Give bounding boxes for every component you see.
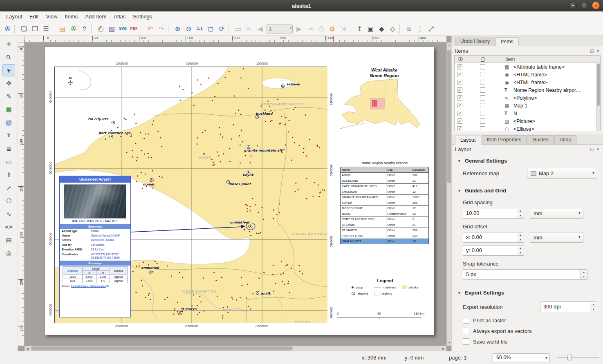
- grid-offset-y-spinbox[interactable]: y: 0.00 ▴▾: [463, 245, 524, 256]
- redo-button[interactable]: ↷: [156, 23, 167, 34]
- items-row-nome-region-nearby-airpor[interactable]: ✓TNome Region Nearby airpor...: [455, 86, 600, 94]
- checkbox-always-export-as-vectors[interactable]: [463, 328, 469, 334]
- add-arrow-button[interactable]: ➚: [2, 182, 15, 194]
- legend-item[interactable]: Legend poppairportsmajriversregionsalask…: [342, 278, 428, 295]
- menu-layout[interactable]: Layout: [2, 12, 26, 21]
- snap-tolerance-spinbox[interactable]: 5 px ▴▾: [463, 269, 587, 280]
- spinner-arrows[interactable]: ▴▾: [590, 302, 597, 312]
- spinner-arrows[interactable]: ▴▾: [517, 246, 524, 255]
- align-selected-items-button[interactable]: ≡: [403, 23, 415, 34]
- minimize-button[interactable]: –: [569, 2, 577, 9]
- items-row-attribute-table-frame[interactable]: ✓▤<Attribute table frame>: [455, 63, 600, 71]
- maximize-button[interactable]: ▢: [581, 2, 588, 9]
- save-project-button[interactable]: ✇: [2, 23, 13, 34]
- add-html-button[interactable]: <>: [2, 221, 15, 233]
- add-picture-button[interactable]: ▧: [2, 116, 15, 129]
- item-lock-checkbox[interactable]: [480, 95, 485, 100]
- grid-offset-x-spinbox[interactable]: x: 0.00 ▴▾: [463, 232, 524, 243]
- item-lock-checkbox[interactable]: [480, 80, 485, 85]
- item-visibility-checkbox[interactable]: ✓: [457, 111, 462, 116]
- add-legend-button[interactable]: ≣: [2, 143, 15, 155]
- distribute-selected-items-button[interactable]: ⋮: [415, 23, 426, 34]
- items-row-map-1[interactable]: ✓▦Map 1: [455, 102, 600, 109]
- add-attribute-table-button[interactable]: ▤: [2, 234, 15, 246]
- add-polyline-button[interactable]: ∿: [2, 208, 15, 220]
- guides-grid-header[interactable]: ▼ Guides and Grid: [452, 188, 603, 194]
- zoom-out-button[interactable]: ⊖: [183, 23, 194, 34]
- close-panel-icon[interactable]: ✕: [596, 49, 600, 53]
- tab-guides[interactable]: Guides: [527, 135, 554, 144]
- items-row-polyline[interactable]: ✓∿<Polyline>: [455, 94, 600, 102]
- print-layout-button[interactable]: ⎙: [95, 23, 106, 34]
- export-as-image-button[interactable]: ▧: [106, 23, 117, 34]
- undo-button[interactable]: ↶: [145, 23, 156, 34]
- atlas-page-input[interactable]: 1▾: [267, 25, 293, 33]
- export-as-pdf-button[interactable]: PDF: [128, 23, 139, 34]
- select-move-item-button[interactable]: ➤: [2, 64, 15, 76]
- add-label-button[interactable]: T: [2, 130, 15, 142]
- dock-tab-undo-history[interactable]: Undo History: [455, 37, 495, 46]
- atlas-preview-button[interactable]: ▭: [233, 23, 244, 34]
- export-settings-header[interactable]: ▼ Export Settings: [452, 290, 603, 296]
- html-frame-unalakleet-airport[interactable]: Unalakleet Airport IATA: UNK - ICAO: PAU…: [59, 176, 131, 317]
- atlas-page-spinner-icon[interactable]: ▾: [289, 26, 291, 30]
- item-visibility-checkbox[interactable]: ✓: [457, 64, 462, 69]
- item-lock-checkbox[interactable]: [480, 72, 485, 77]
- zoom-layout-button[interactable]: ⚲: [2, 51, 15, 63]
- item-visibility-checkbox[interactable]: ✓: [457, 95, 462, 100]
- atlas-next-feature-button[interactable]: ▶: [294, 23, 305, 34]
- overview-map-item-map2[interactable]: [336, 76, 430, 143]
- undock-panel-icon[interactable]: ◱: [590, 147, 594, 152]
- pan-layout-button[interactable]: ✛: [2, 38, 15, 50]
- item-lock-checkbox[interactable]: [480, 118, 485, 124]
- scalebar-item[interactable]: 0 90 180 km: [337, 312, 425, 322]
- general-settings-header[interactable]: ▼ General Settings: [452, 158, 603, 164]
- items-row-html-frame[interactable]: ✓◉<HTML frame>: [455, 71, 600, 78]
- spinner-arrows[interactable]: ▴▾: [517, 232, 524, 242]
- dock-tab-items[interactable]: Items: [495, 37, 519, 46]
- save-as-template-button[interactable]: ✇: [68, 23, 79, 34]
- item-lock-checkbox[interactable]: [480, 126, 485, 131]
- tab-item-properties[interactable]: Item Properties: [482, 135, 527, 144]
- items-row-n[interactable]: ✓TN: [455, 109, 600, 117]
- atlas-settings-button[interactable]: ⚙: [327, 23, 338, 34]
- add-shape-button[interactable]: ▭: [2, 156, 15, 168]
- item-lock-checkbox[interactable]: [480, 111, 485, 116]
- menu-edit[interactable]: Edit: [26, 12, 42, 21]
- item-visibility-checkbox[interactable]: ✓: [457, 87, 462, 93]
- tab-atlas[interactable]: Atlas: [554, 135, 576, 144]
- menu-settings[interactable]: Settings: [129, 12, 156, 21]
- spinner-arrows[interactable]: ▴▾: [580, 270, 587, 279]
- zoom-full-button[interactable]: ◻: [205, 23, 216, 34]
- atlas-previous-feature-button[interactable]: ◀: [255, 23, 266, 34]
- checkbox-save-world-file[interactable]: [463, 338, 469, 345]
- duplicate-layout-button[interactable]: ❐: [29, 23, 40, 34]
- add-map-button[interactable]: ▦: [2, 103, 15, 116]
- item-visibility-checkbox[interactable]: ✓: [457, 72, 462, 77]
- menu-items[interactable]: Items: [61, 12, 81, 21]
- item-lock-checkbox[interactable]: [480, 64, 485, 69]
- resize-selected-items-button[interactable]: ⤢: [426, 23, 437, 34]
- grid-offset-unit-combo[interactable]: mm ▾: [530, 232, 583, 243]
- tab-layout[interactable]: Layout: [455, 136, 481, 145]
- menu-view[interactable]: View: [42, 12, 61, 21]
- raise-selected-items-button[interactable]: ↥: [354, 23, 365, 34]
- menu-atlas[interactable]: Atlas: [110, 12, 129, 21]
- lock-selected-items-button[interactable]: ◆: [376, 23, 387, 34]
- checkbox-print-as-raster[interactable]: [463, 317, 469, 324]
- spinner-arrows[interactable]: ▴▾: [517, 208, 524, 218]
- canvas-vertical-scrollbar[interactable]: ▲ ▼: [446, 42, 451, 346]
- items-row-picture[interactable]: ✓▧<Picture>: [455, 117, 600, 125]
- items-scrollbar[interactable]: [596, 63, 600, 131]
- grid-spacing-spinbox[interactable]: 10.00 ▴▾: [463, 208, 524, 219]
- add-marker-button[interactable]: ◎: [2, 247, 15, 259]
- item-lock-checkbox[interactable]: [480, 103, 485, 108]
- items-row-html-frame[interactable]: ✓◉<HTML frame>: [455, 78, 600, 86]
- item-visibility-checkbox[interactable]: ✓: [457, 118, 462, 124]
- export-as-svg-button[interactable]: SVG: [117, 23, 128, 34]
- zoom-actual-button[interactable]: 1:1: [194, 23, 205, 34]
- layout-manager-button[interactable]: ☰: [40, 23, 52, 34]
- item-visibility-checkbox[interactable]: ✓: [457, 126, 462, 131]
- undock-panel-icon[interactable]: ◱: [590, 49, 594, 53]
- zoom-slider-handle[interactable]: [567, 355, 572, 361]
